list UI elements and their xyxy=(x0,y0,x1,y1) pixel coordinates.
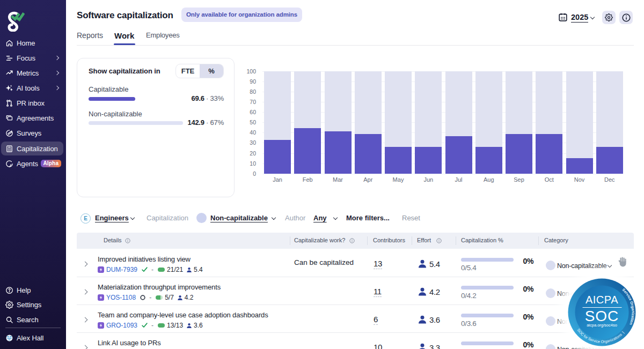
svg-text:AICPA: AICPA xyxy=(586,294,618,306)
svg-text:aicpa.org/soc4so: aicpa.org/soc4so xyxy=(587,323,617,328)
svg-text:SOC: SOC xyxy=(585,308,619,324)
